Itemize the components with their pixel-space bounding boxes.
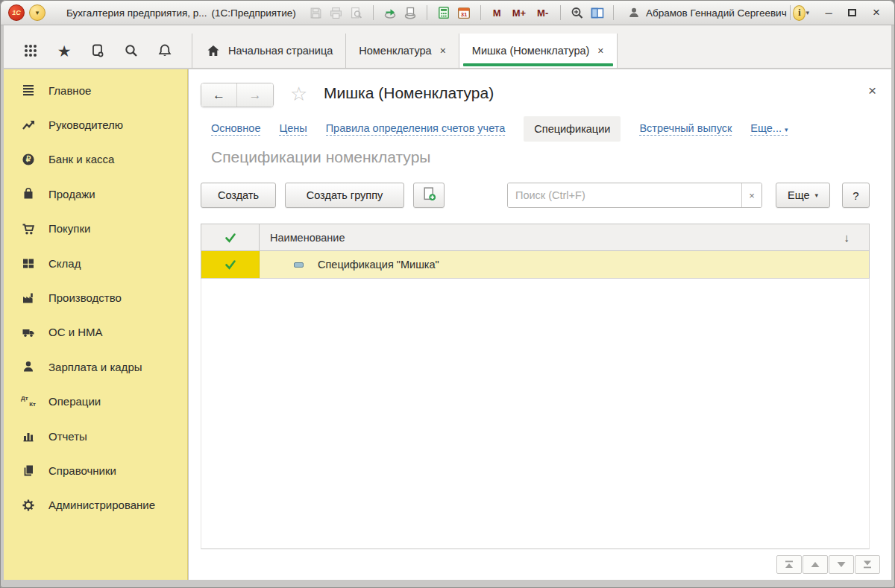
sidebar-item-os-i-nma[interactable]: ОС и НМА	[4, 315, 187, 350]
chevron-down-icon[interactable]: ▾	[806, 9, 809, 16]
search-input[interactable]	[508, 183, 741, 207]
header-name-column[interactable]: Наименование ↓	[260, 224, 869, 250]
sidebar-item-bank-i-kassa[interactable]: ₽ Банк и касса	[4, 142, 187, 177]
tab-mishka-nomenklatura[interactable]: Мишка (Номенклатура) ×	[459, 34, 618, 68]
sidebar-item-label: Отчеты	[48, 430, 87, 443]
calculator-icon[interactable]	[437, 6, 450, 19]
memory-m-button[interactable]: M	[491, 7, 503, 19]
back-button[interactable]: ←	[201, 83, 237, 107]
scroll-up-button[interactable]	[803, 555, 828, 574]
ruble-coin-icon: ₽	[21, 152, 36, 167]
bar-chart-icon	[21, 429, 36, 443]
tab-label: Начальная страница	[228, 45, 333, 57]
maximize-button[interactable]	[842, 4, 863, 21]
sidebar-item-label: Главное	[48, 84, 91, 97]
sidebar-item-label: ОС и НМА	[48, 326, 103, 338]
scroll-to-top-button[interactable]	[776, 555, 802, 574]
save-icon[interactable]	[310, 6, 323, 19]
row-name-cell[interactable]: Спецификация "Мишка"	[260, 251, 869, 278]
scroll-down-button[interactable]	[829, 555, 854, 574]
sidebar-item-proizvodstvo[interactable]: Производство	[4, 280, 187, 314]
minimize-button[interactable]: ─	[818, 4, 839, 21]
search-icon[interactable]	[123, 42, 139, 59]
sidebar-item-prodazhi[interactable]: Продажи	[4, 177, 187, 211]
user-zone[interactable]: Абрамов Геннадий Сергеевич	[627, 6, 787, 19]
checkmark-icon	[224, 259, 236, 271]
navlink-osnovnoe[interactable]: Основное	[211, 122, 260, 136]
sort-desc-icon[interactable]: ↓	[844, 231, 850, 244]
table-empty-area[interactable]	[201, 279, 870, 549]
tab-home[interactable]: Начальная страница	[192, 34, 346, 68]
notifications-bell-icon[interactable]	[157, 42, 173, 59]
copy-new-button[interactable]	[413, 183, 445, 208]
favorite-star-icon[interactable]: ☆	[290, 83, 307, 106]
sidebar-item-glavnoe[interactable]: Главное	[4, 73, 187, 107]
home-icon	[205, 42, 222, 59]
memory-minus-button[interactable]: M-	[535, 7, 550, 19]
shopping-bag-icon	[21, 186, 36, 201]
close-button[interactable]: ×	[866, 4, 887, 21]
sidebar-item-zarplata-i-kadry[interactable]: Зарплата и кадры	[4, 350, 187, 384]
maximize-icon	[848, 9, 856, 16]
sidebar-item-administrirovanie[interactable]: Администрирование	[4, 488, 187, 522]
sidebar-item-label: Руководителю	[48, 118, 123, 131]
window-title: Бухгалтерия предприятия, р...	[66, 7, 207, 19]
sidebar-item-label: Склад	[48, 257, 81, 270]
scroll-to-bottom-button[interactable]	[855, 555, 880, 574]
sidebar-item-pokupki[interactable]: Покупки	[4, 212, 187, 246]
svg-text:₽: ₽	[26, 154, 31, 163]
table-row[interactable]: Спецификация "Мишка"	[201, 251, 870, 279]
info-button[interactable]: i	[793, 5, 806, 21]
sidebar-item-operacii[interactable]: ДтКт Операции	[4, 385, 187, 419]
sections-menu-icon[interactable]	[22, 42, 39, 59]
column-title: Наименование	[270, 232, 345, 244]
table-header[interactable]: Наименование ↓	[201, 224, 870, 251]
header-check-column[interactable]	[201, 224, 260, 250]
navlink-ceny[interactable]: Цены	[279, 122, 307, 136]
go-link-icon[interactable]	[403, 6, 417, 19]
sidebar-item-sklad[interactable]: Склад	[4, 246, 187, 280]
separator	[480, 5, 481, 20]
navlink-more[interactable]: Еще...▾	[750, 122, 788, 136]
close-icon[interactable]: ×	[597, 45, 603, 57]
separator	[373, 5, 374, 20]
navlink-pravila[interactable]: Правила определения счетов учета	[326, 122, 506, 136]
more-button[interactable]: Еще ▾	[776, 183, 830, 208]
create-button[interactable]: Создать	[201, 183, 276, 208]
sidebar-item-label: Производство	[48, 291, 122, 304]
sidebar-item-spravochniki[interactable]: Справочники	[4, 453, 187, 487]
create-group-button[interactable]: Создать группу	[285, 183, 404, 208]
sidebar-item-rukovoditelyu[interactable]: Руководителю	[4, 107, 187, 142]
navlink-vstrechnyj-vypusk[interactable]: Встречный выпуск	[639, 122, 732, 136]
svg-text:31: 31	[460, 11, 467, 18]
row-check-cell[interactable]	[201, 251, 260, 278]
favorites-star-icon[interactable]: ★	[56, 42, 72, 59]
split-columns-icon[interactable]	[591, 6, 604, 19]
form-close-icon[interactable]: ×	[868, 83, 876, 99]
main-menu-button[interactable]: ▾	[29, 4, 45, 21]
clear-search-icon[interactable]: ×	[741, 183, 761, 207]
separator	[613, 5, 614, 20]
current-user-name: Абрамов Геннадий Сергеевич	[646, 7, 787, 19]
sidebar-item-label: Покупки	[48, 222, 90, 235]
app-name: (1С:Предприятие)	[212, 7, 296, 19]
1c-logo-icon: 1С	[8, 4, 25, 21]
app-window: 1С ▾ Бухгалтерия предприятия, р... (1С:П…	[0, 0, 895, 588]
close-icon[interactable]: ×	[440, 45, 446, 57]
print-preview-icon[interactable]	[350, 6, 363, 19]
window-controls: ─ ×	[818, 4, 887, 21]
navlink-specifikacii[interactable]: Спецификации	[524, 116, 621, 142]
sidebar-item-otchety[interactable]: Отчеты	[4, 419, 187, 453]
forward-button[interactable]: →	[237, 83, 273, 107]
memory-plus-button[interactable]: M+	[510, 7, 528, 19]
help-button[interactable]: ?	[842, 183, 870, 208]
history-icon[interactable]	[90, 42, 106, 59]
menu-icon	[21, 83, 36, 98]
print-icon[interactable]	[330, 6, 343, 19]
tab-bar: ★ Начальная страница Номенклатура	[4, 25, 891, 69]
get-link-icon[interactable]	[383, 6, 397, 19]
tab-nomenklatura[interactable]: Номенклатура ×	[346, 34, 459, 68]
calendar-icon[interactable]: 31	[457, 6, 471, 19]
more-label: Еще...	[750, 122, 782, 134]
zoom-icon[interactable]	[571, 6, 584, 19]
